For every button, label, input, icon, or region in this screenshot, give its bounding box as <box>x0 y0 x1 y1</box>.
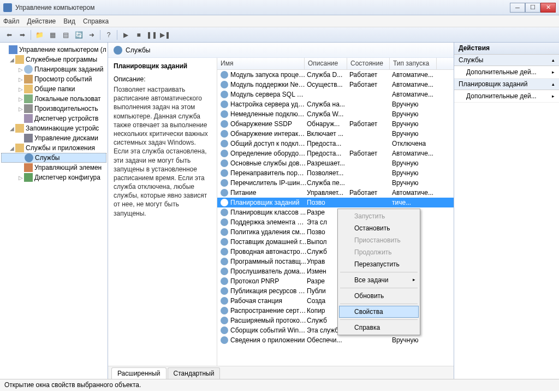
cm-start[interactable]: Запустить <box>339 210 419 222</box>
tab-extended[interactable]: Расширенный <box>111 367 166 379</box>
service-name: Протокол PNRP <box>230 277 307 285</box>
service-icon <box>221 81 228 88</box>
cm-pause[interactable]: Приостановить <box>339 234 419 246</box>
service-name: Немедленные подключе... <box>230 110 307 118</box>
tab-standard[interactable]: Стандартный <box>168 367 221 379</box>
service-name: Проводная автонастройка <box>230 248 307 256</box>
service-name: Обнаружение интеракти... <box>230 130 307 138</box>
col-start[interactable]: Тип запуска <box>390 58 437 69</box>
col-name[interactable]: Имя <box>217 58 305 69</box>
tree-users[interactable]: ▷Локальные пользоват <box>1 94 106 104</box>
service-row[interactable]: Перенаправитель порто...Позволяет...Вруч… <box>217 168 454 178</box>
close-button[interactable]: ✕ <box>540 3 556 13</box>
cm-restart[interactable]: Перезапустить <box>339 258 419 270</box>
tree-perf[interactable]: ▷Производительность <box>1 104 106 114</box>
menu-file[interactable]: Файл <box>3 17 20 25</box>
service-desc: Позво <box>307 199 349 206</box>
list-header: Имя Описание Состояние Тип запуска <box>217 58 454 70</box>
service-row[interactable]: Общий доступ к подклю...Предоста...Отклю… <box>217 139 454 149</box>
service-row[interactable]: Сведения о приложенииОбеспечи...Вручную <box>217 335 454 345</box>
service-row[interactable]: Модуль запуска процес...Служба D...Работ… <box>217 70 454 80</box>
list-icon[interactable]: ▤ <box>60 29 72 41</box>
forward-button[interactable]: ➡ <box>16 29 28 41</box>
service-name: Настройка сервера удал... <box>230 100 307 108</box>
pause-icon[interactable]: ❚❚ <box>146 29 158 41</box>
tree-storage[interactable]: ◢Запоминающие устройс <box>1 123 106 133</box>
help-icon[interactable]: ? <box>103 29 115 41</box>
tree-disk[interactable]: Управление дисками <box>1 133 106 143</box>
menu-help[interactable]: Справка <box>83 17 109 25</box>
service-name: Прослушиватель дома... <box>230 268 307 275</box>
cm-resume[interactable]: Продолжить <box>339 246 419 258</box>
service-name: Модуль поддержки NetB... <box>230 81 307 88</box>
service-name: Модуль сервера SQL Ser... <box>230 91 307 98</box>
tree-wmi[interactable]: Управляющий элемен <box>1 163 106 173</box>
actions-group-scheduler[interactable]: Планировщик заданий▴ <box>454 79 559 90</box>
up-icon[interactable]: 📁 <box>33 29 45 41</box>
service-desc: Осуществ... <box>307 81 349 88</box>
refresh-icon[interactable]: 🔄 <box>73 29 85 41</box>
cm-stop[interactable]: Остановить <box>339 222 419 234</box>
service-icon <box>221 130 228 138</box>
service-icon <box>221 71 228 79</box>
center-title: Службы <box>126 46 150 54</box>
service-row[interactable]: Планировщик заданийПозвотиче... <box>217 198 454 207</box>
tree-root[interactable]: Управление компьютером (л <box>1 45 106 55</box>
actions-more-1[interactable]: Дополнительные дей...▸ <box>454 66 559 79</box>
tree-iis[interactable]: ▷Диспетчер конфигура <box>1 173 106 182</box>
cm-alltasks[interactable]: Все задачи▸ <box>339 274 419 286</box>
service-row[interactable]: ПитаниеУправляет...РаботаетАвтоматиче... <box>217 188 454 198</box>
cm-help[interactable]: Справка <box>339 322 419 334</box>
service-name: Поставщик домашней г... <box>230 238 307 246</box>
tree-device[interactable]: Диспетчер устройств <box>1 114 106 123</box>
tree-util[interactable]: ◢Служебные программы <box>1 55 106 64</box>
service-state: Работает <box>349 150 392 157</box>
properties-icon[interactable]: ▦ <box>46 29 58 41</box>
service-row[interactable]: Определение оборудова...Предоста...Работ… <box>217 149 454 158</box>
play-icon[interactable]: ▶ <box>120 29 132 41</box>
back-button[interactable]: ⬅ <box>3 29 15 41</box>
tree-apps[interactable]: ◢Службы и приложения <box>1 143 106 153</box>
service-title: Планировщик заданий <box>114 62 211 70</box>
service-desc: Служба на... <box>307 100 349 108</box>
service-icon <box>221 169 228 177</box>
service-row[interactable]: Основные службы дове...Разрешает...Вручн… <box>217 158 454 168</box>
view-tabs: Расширенный Стандартный <box>108 366 454 379</box>
stop-icon[interactable]: ■ <box>133 29 145 41</box>
service-icon <box>221 91 228 98</box>
actions-group-services[interactable]: Службы▴ <box>454 55 559 66</box>
minimize-button[interactable]: ─ <box>510 3 525 13</box>
service-desc: Служба пе... <box>307 179 349 187</box>
service-row[interactable]: Модуль поддержки NetB...Осуществ...Работ… <box>217 80 454 90</box>
service-start: Автоматиче... <box>392 71 439 79</box>
service-row[interactable]: Настройка сервера удал...Служба на...Вру… <box>217 99 454 109</box>
menu-action[interactable]: Действие <box>27 17 56 25</box>
tree-event[interactable]: ▷Просмотр событий <box>1 74 106 84</box>
tree-services[interactable]: Службы <box>1 153 106 163</box>
service-name: Поддержка элемента па... <box>230 218 307 226</box>
tree-shared[interactable]: ▷Общие папки <box>1 84 106 94</box>
cm-refresh[interactable]: Обновить <box>339 290 419 302</box>
service-row[interactable]: Модуль сервера SQL Ser...Автоматиче... <box>217 90 454 99</box>
service-icon <box>221 238 228 246</box>
col-desc[interactable]: Описание <box>305 58 347 69</box>
col-state[interactable]: Состояние <box>347 58 390 69</box>
service-name: Основные службы дове... <box>230 159 307 167</box>
tree-scheduler[interactable]: ▷Планировщик заданий <box>1 64 106 74</box>
actions-more-2[interactable]: Дополнительные дей...▸ <box>454 90 559 103</box>
cm-properties[interactable]: Свойства <box>339 306 419 318</box>
service-row[interactable]: Немедленные подключе...Служба W...Вручну… <box>217 109 454 119</box>
service-icon <box>221 218 228 226</box>
restart-icon[interactable]: ▶❚ <box>159 29 171 41</box>
service-row[interactable]: Обнаружение SSDPОбнаруж...РаботаетВручну… <box>217 119 454 129</box>
maximize-button[interactable]: ☐ <box>525 3 540 13</box>
service-state: Работает <box>349 81 392 88</box>
menu-view[interactable]: Вид <box>63 17 75 25</box>
export-icon[interactable]: ➜ <box>86 29 98 41</box>
service-desc: Разрешает... <box>307 159 349 167</box>
service-row[interactable]: Обнаружение интеракти...Включает ...Вруч… <box>217 129 454 139</box>
service-state: Работает <box>349 120 392 128</box>
service-row[interactable]: Перечислитель IP-шин ...Служба пе...Вруч… <box>217 178 454 188</box>
app-icon <box>3 3 12 12</box>
service-icon <box>221 209 228 216</box>
